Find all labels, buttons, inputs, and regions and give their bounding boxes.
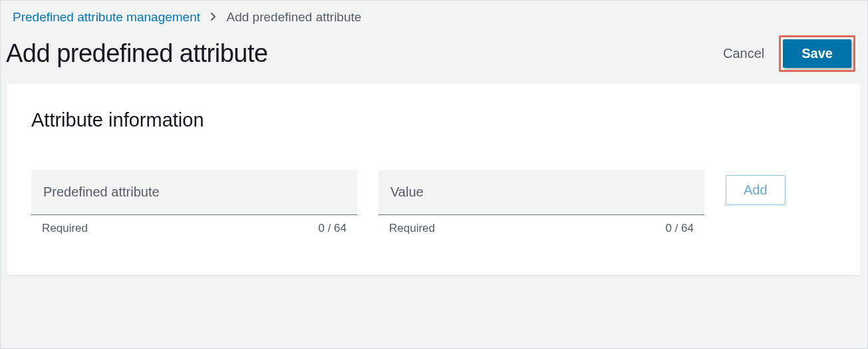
page-title: Add predefined attribute xyxy=(6,39,268,68)
save-button[interactable]: Save xyxy=(783,39,851,68)
section-title: Attribute information xyxy=(31,109,837,131)
attribute-panel: Attribute information Required 0 / 64 Re… xyxy=(7,84,861,275)
add-column: Add xyxy=(726,170,786,205)
cancel-button[interactable]: Cancel xyxy=(720,42,767,65)
page-header: Add predefined attribute Cancel Save xyxy=(1,30,867,84)
breadcrumb-current: Add predefined attribute xyxy=(227,10,362,24)
breadcrumb: Predefined attribute management Add pred… xyxy=(1,1,867,30)
predefined-attribute-input[interactable] xyxy=(31,170,357,215)
save-button-highlight: Save xyxy=(779,35,855,72)
breadcrumb-parent-link[interactable]: Predefined attribute management xyxy=(13,10,200,24)
value-field: Required 0 / 64 xyxy=(378,170,704,235)
header-actions: Cancel Save xyxy=(720,35,855,72)
attribute-counter: 0 / 64 xyxy=(318,222,347,235)
value-required-label: Required xyxy=(389,222,435,235)
attribute-helper: Required 0 / 64 xyxy=(31,215,357,235)
value-helper: Required 0 / 64 xyxy=(378,215,704,235)
add-button[interactable]: Add xyxy=(726,175,786,205)
predefined-attribute-field: Required 0 / 64 xyxy=(31,170,357,235)
fields-row: Required 0 / 64 Required 0 / 64 Add xyxy=(31,170,837,235)
chevron-right-icon xyxy=(210,10,217,25)
attribute-required-label: Required xyxy=(42,222,88,235)
value-input[interactable] xyxy=(378,170,704,215)
value-counter: 0 / 64 xyxy=(665,222,694,235)
